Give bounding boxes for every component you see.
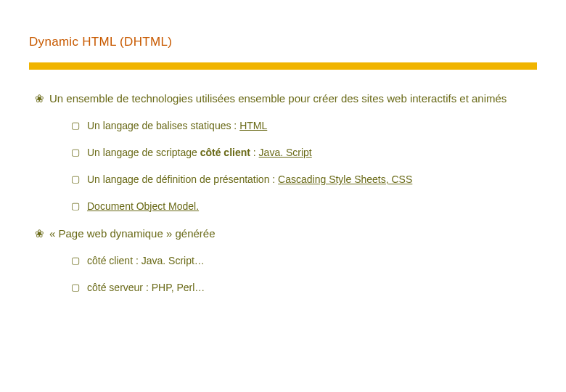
sublist: ▢ Un langage de balises statiques : HTML… xyxy=(29,119,544,213)
sub-bullet-text: Document Object Model. xyxy=(87,200,544,213)
flower-icon: ❀ xyxy=(29,226,49,241)
bullet-item: ❀ Un ensemble de technologies utilisées … xyxy=(29,91,544,106)
title-row: Dynamic HTML (DHTML) xyxy=(0,0,566,49)
text-span: côté client : Java. Script… xyxy=(87,255,205,266)
link-text: Cascading Style Sheets, CSS xyxy=(278,173,412,185)
bullet-text: Un ensemble de technologies utilisées en… xyxy=(49,91,544,106)
square-icon: ▢ xyxy=(71,146,87,160)
flower-icon: ❀ xyxy=(29,91,49,106)
text-bold: côté client xyxy=(200,147,250,158)
sublist: ▢ côté client : Java. Script… ▢ côté ser… xyxy=(29,254,544,295)
text-span: côté serveur : PHP, Perl… xyxy=(87,282,205,293)
square-icon: ▢ xyxy=(71,281,87,295)
sub-bullet-text: Un langage de définition de présentation… xyxy=(87,173,544,187)
link-text: HTML xyxy=(239,120,267,131)
link-text: Java. Script xyxy=(259,147,312,158)
slide: Dynamic HTML (DHTML) ❀ Un ensemble de te… xyxy=(0,0,566,392)
text-span: : xyxy=(250,147,259,158)
square-icon: ▢ xyxy=(71,200,87,213)
sub-bullet-item: ▢ côté serveur : PHP, Perl… xyxy=(71,281,544,295)
sub-bullet-text: Un langage de balises statiques : HTML xyxy=(87,119,544,133)
sub-bullet-item: ▢ Un langage de balises statiques : HTML xyxy=(71,119,544,133)
sub-bullet-item: ▢ Un langage de définition de présentati… xyxy=(71,173,544,187)
bullet-item: ❀ « Page web dynamique » générée xyxy=(29,226,544,241)
sub-bullet-item: ▢ Un langage de scriptage côté client : … xyxy=(71,146,544,160)
square-icon: ▢ xyxy=(71,254,87,268)
divider-bar xyxy=(29,62,537,70)
link-text: Document Object Model. xyxy=(87,200,199,212)
sub-bullet-item: ▢ Document Object Model. xyxy=(71,200,544,213)
sub-bullet-text: Un langage de scriptage côté client : Ja… xyxy=(87,146,544,160)
slide-body: ❀ Un ensemble de technologies utilisées … xyxy=(0,70,566,295)
bullet-text: « Page web dynamique » générée xyxy=(49,226,544,241)
sub-bullet-text: côté serveur : PHP, Perl… xyxy=(87,281,544,295)
square-icon: ▢ xyxy=(71,119,87,133)
sub-bullet-text: côté client : Java. Script… xyxy=(87,254,544,268)
text-span: Un langage de balises statiques : xyxy=(87,120,239,131)
text-span: Un langage de définition de présentation… xyxy=(87,173,278,185)
square-icon: ▢ xyxy=(71,173,87,187)
slide-title: Dynamic HTML (DHTML) xyxy=(29,35,566,49)
text-span: Un langage de scriptage xyxy=(87,147,200,158)
sub-bullet-item: ▢ côté client : Java. Script… xyxy=(71,254,544,268)
